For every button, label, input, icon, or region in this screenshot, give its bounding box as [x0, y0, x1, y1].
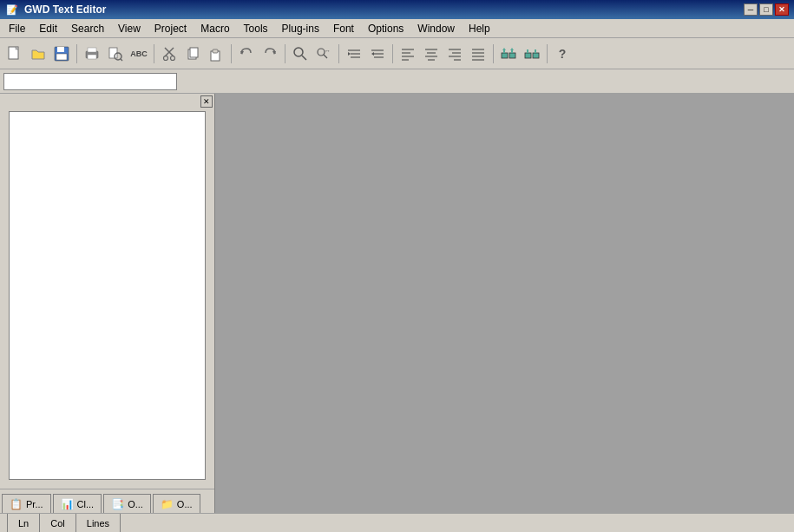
title-bar: 📝 GWD Text Editor ─ □ ✕: [0, 0, 794, 19]
tab-icon: 📁: [161, 498, 174, 510]
separator-5: [338, 44, 339, 63]
undo-button[interactable]: [235, 43, 258, 65]
align-justify-button[interactable]: [467, 43, 489, 65]
menu-bar: FileEditSearchViewProjectMacroToolsPlug-…: [0, 19, 794, 38]
left-panel: ✕ 📋Pr...📊Cl...📑O...📁O...: [0, 94, 215, 513]
panel-close-button[interactable]: ✕: [200, 95, 213, 108]
menu-item-project[interactable]: Project: [148, 19, 194, 38]
bottom-tabs: 📋Pr...📊Cl...📑O...📁O...: [0, 489, 214, 513]
menu-item-file[interactable]: File: [2, 19, 32, 38]
minimize-button[interactable]: ─: [744, 3, 758, 16]
tab-icon: 📋: [10, 498, 23, 510]
svg-rect-6: [88, 55, 96, 59]
spell-check-button[interactable]: ABC: [128, 43, 150, 65]
status-col: Col: [40, 514, 76, 532]
font-input[interactable]: [3, 73, 177, 90]
separator-1: [76, 44, 77, 63]
menu-item-macro[interactable]: Macro: [194, 19, 236, 38]
align-left-button[interactable]: [397, 43, 419, 65]
toolbar: ABC ↔ ?: [0, 38, 794, 69]
copy-button[interactable]: [181, 43, 204, 65]
font-bar: [0, 69, 794, 94]
svg-line-22: [302, 56, 306, 60]
separator-2: [154, 44, 154, 63]
svg-rect-3: [57, 47, 64, 52]
svg-line-24: [324, 55, 327, 58]
new-button[interactable]: [3, 43, 26, 65]
main-area: ✕ 📋Pr...📊Cl...📑O...📁O...: [0, 94, 794, 513]
svg-point-14: [171, 56, 175, 60]
tab-classes[interactable]: 📊Cl...: [53, 494, 102, 513]
cut-button[interactable]: [158, 43, 180, 65]
indent-less-button[interactable]: [366, 43, 389, 65]
svg-rect-16: [190, 48, 198, 57]
svg-point-13: [164, 56, 168, 60]
right-panel: [215, 94, 794, 513]
tab-label: O...: [128, 499, 143, 509]
window-controls: ─ □ ✕: [744, 3, 789, 16]
tool-button-2[interactable]: [521, 43, 543, 65]
svg-marker-33: [371, 52, 374, 56]
svg-marker-29: [348, 52, 351, 56]
svg-point-23: [318, 49, 325, 56]
menu-item-window[interactable]: Window: [410, 19, 462, 38]
help-button[interactable]: ?: [551, 43, 574, 65]
separator-7: [493, 44, 494, 63]
menu-item-edit[interactable]: Edit: [32, 19, 64, 38]
menu-item-help[interactable]: Help: [462, 19, 497, 38]
open-button[interactable]: [27, 43, 49, 65]
app-icon: 📝: [5, 3, 19, 16]
indent-more-button[interactable]: [343, 43, 365, 65]
tab-others[interactable]: 📁O...: [153, 494, 200, 513]
window-title: GWD Text Editor: [24, 3, 744, 16]
separator-6: [392, 44, 393, 63]
status-bar: Ln Col Lines: [0, 513, 794, 532]
menu-item-plug-ins[interactable]: Plug-ins: [275, 19, 326, 38]
svg-point-21: [294, 48, 303, 56]
menu-item-font[interactable]: Font: [326, 19, 361, 38]
close-button[interactable]: ✕: [775, 3, 789, 16]
find-button[interactable]: [289, 43, 312, 65]
separator-8: [547, 44, 548, 63]
svg-marker-54: [502, 48, 506, 50]
tab-projects[interactable]: 📋Pr...: [2, 494, 51, 513]
print-button[interactable]: [81, 43, 103, 65]
align-right-button[interactable]: [443, 43, 466, 65]
svg-line-10: [121, 59, 122, 61]
svg-marker-55: [510, 48, 514, 50]
align-center-button[interactable]: [420, 43, 443, 65]
tab-outlines[interactable]: 📑O...: [103, 494, 151, 513]
separator-4: [285, 44, 285, 63]
find-replace-button[interactable]: ↔: [312, 43, 335, 65]
svg-text:↔: ↔: [325, 48, 331, 54]
svg-rect-7: [88, 48, 96, 52]
status-ln: Ln: [7, 514, 40, 532]
menu-item-options[interactable]: Options: [361, 19, 410, 38]
menu-item-tools[interactable]: Tools: [237, 19, 275, 38]
svg-rect-57: [533, 53, 539, 58]
redo-button[interactable]: [259, 43, 281, 65]
svg-rect-50: [502, 53, 508, 58]
print-preview-button[interactable]: [104, 43, 127, 65]
menu-item-search[interactable]: Search: [64, 19, 111, 38]
save-button[interactable]: [50, 43, 73, 65]
svg-rect-4: [56, 54, 67, 60]
tab-label: O...: [177, 499, 193, 509]
svg-rect-51: [509, 53, 515, 58]
svg-rect-56: [525, 53, 531, 58]
menu-item-view[interactable]: View: [111, 19, 148, 38]
svg-rect-18: [213, 49, 218, 53]
paste-button[interactable]: [205, 43, 227, 65]
tab-label: Cl...: [77, 499, 95, 509]
tab-icon: 📊: [61, 498, 74, 510]
document-preview: [9, 111, 206, 480]
separator-3: [231, 44, 232, 63]
status-lines: Lines: [76, 514, 121, 532]
tool-button-1[interactable]: [497, 43, 520, 65]
tab-icon: 📑: [111, 498, 124, 510]
tab-label: Pr...: [26, 499, 43, 509]
maximize-button[interactable]: □: [759, 3, 773, 16]
